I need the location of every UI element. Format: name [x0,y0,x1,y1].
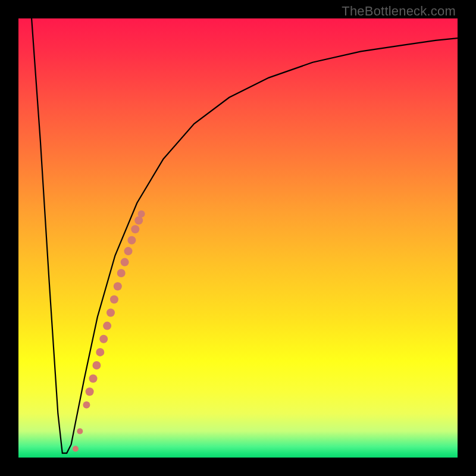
highlight-dot [86,387,94,396]
highlight-dot [127,236,136,245]
bottleneck-curve [32,18,458,453]
highlight-dot [121,258,129,267]
highlight-dot [73,446,79,452]
highlight-dot [92,361,101,369]
highlight-markers [73,210,145,452]
highlight-dot [96,348,104,356]
highlight-dot [89,374,98,383]
watermark-text: TheBottleneck.com [342,4,456,19]
highlight-dot [134,217,143,225]
highlight-dot [114,282,122,290]
highlight-dot [103,322,111,330]
highlight-dot [124,247,133,255]
highlight-dot [83,401,90,408]
highlight-dot [131,225,139,233]
highlight-dot [110,295,118,303]
highlight-dot [99,335,108,343]
highlight-dot [77,428,83,434]
highlight-dot [138,210,145,217]
highlight-dot [107,309,115,317]
curve-layer [18,18,458,458]
highlight-dot [117,269,126,277]
chart-frame: TheBottleneck.com [0,0,476,476]
